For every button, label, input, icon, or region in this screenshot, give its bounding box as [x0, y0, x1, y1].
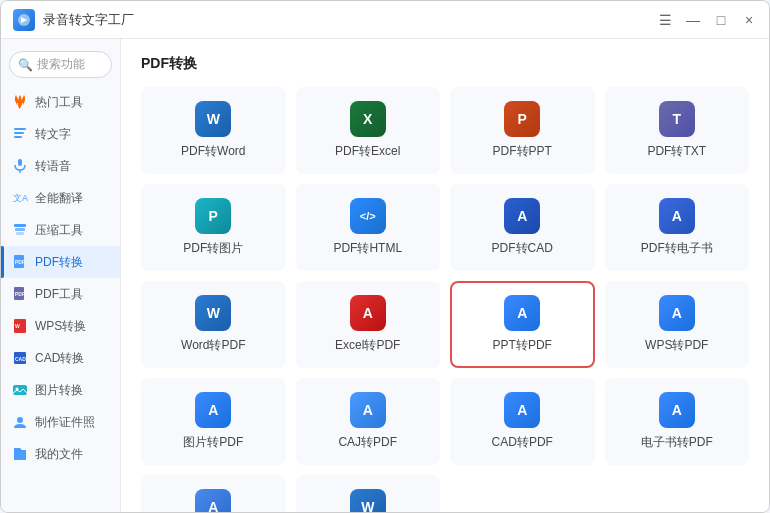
sidebar-item-myfile[interactable]: 我的文件: [1, 438, 120, 470]
pdf2word-icon: W: [195, 101, 231, 137]
svg-rect-8: [15, 228, 25, 231]
sidebar-label-compress: 压缩工具: [35, 222, 83, 239]
tool-img2pdf[interactable]: A 图片转PDF: [141, 378, 286, 465]
pdf2ebook-icon: A: [659, 198, 695, 234]
tool-pdf2ppt[interactable]: P PDF转PPT: [450, 87, 595, 174]
search-box[interactable]: 🔍 搜索功能: [9, 51, 112, 78]
caj2pdf-label: CAJ转PDF: [338, 434, 397, 451]
wps2pdf-label: WPS转PDF: [645, 337, 708, 354]
sidebar-item-pdftool[interactable]: PDF PDF工具: [1, 278, 120, 310]
tool-pdf2ebook[interactable]: A PDF转电子书: [605, 184, 750, 271]
app-icon: [13, 9, 35, 31]
pdf2excel-label: PDF转Excel: [335, 143, 400, 160]
img2pdf-icon: A: [195, 392, 231, 428]
sidebar-label-myfile: 我的文件: [35, 446, 83, 463]
svg-rect-1: [14, 128, 26, 130]
excel2pdf-label: Excel转PDF: [335, 337, 400, 354]
pdf-convert-grid: W PDF转Word X PDF转Excel P: [141, 87, 749, 512]
text-icon: [11, 125, 29, 143]
sidebar-item-speech[interactable]: 转语音: [1, 150, 120, 182]
search-placeholder: 搜索功能: [37, 56, 85, 73]
ppt2pdf-icon: A: [504, 295, 540, 331]
pdf2img-label: PDF转图片: [183, 240, 243, 257]
search-icon: 🔍: [18, 58, 33, 72]
mic-icon: [11, 157, 29, 175]
maximize-btn[interactable]: □: [713, 12, 729, 28]
content-area: 🔍 搜索功能 热门工具 转文字 转语音: [1, 39, 769, 512]
sidebar-item-hot[interactable]: 热门工具: [1, 86, 120, 118]
sidebar-label-idphoto: 制作证件照: [35, 414, 95, 431]
tool-ebook2pdf[interactable]: A 电子书转PDF: [605, 378, 750, 465]
tool-excel2pdf[interactable]: A Excel转PDF: [296, 281, 441, 368]
svg-text:CAD: CAD: [15, 356, 26, 362]
section-title-pdf-convert: PDF转换: [141, 55, 749, 73]
tool-pdf2html[interactable]: </> PDF转HTML: [296, 184, 441, 271]
sidebar-label-translate: 全能翻译: [35, 190, 83, 207]
svg-text:文A: 文A: [13, 193, 28, 203]
menu-btn[interactable]: ☰: [657, 12, 673, 28]
translate-icon: 文A: [11, 189, 29, 207]
pdf2html-icon: </>: [350, 198, 386, 234]
svg-text:PDF: PDF: [15, 259, 25, 265]
sidebar-item-wps[interactable]: W WPS转换: [1, 310, 120, 342]
sidebar-label-transcribe: 转文字: [35, 126, 71, 143]
tool-pdf2txt[interactable]: T PDF转TXT: [605, 87, 750, 174]
fire-icon: [11, 93, 29, 111]
tool-caj2pdf[interactable]: A CAJ转PDF: [296, 378, 441, 465]
sidebar-label-pdftool: PDF工具: [35, 286, 83, 303]
svg-rect-7: [14, 224, 26, 227]
sidebar-item-transcribe[interactable]: 转文字: [1, 118, 120, 150]
pdf2cad-label: PDF转CAD: [492, 240, 553, 257]
svg-text:PDF: PDF: [15, 291, 25, 297]
main-content: PDF转换 W PDF转Word X PDF转Excel: [121, 39, 769, 512]
tool-ppt2pdf[interactable]: A PPT转PDF: [450, 281, 595, 368]
sidebar-item-pdf[interactable]: PDF PDF转换: [1, 246, 120, 278]
tool-ofd2pdf[interactable]: A OFD转换: [141, 475, 286, 512]
close-btn[interactable]: ×: [741, 12, 757, 28]
svg-rect-4: [18, 159, 22, 166]
pdf2word-label: PDF转Word: [181, 143, 245, 160]
sidebar-label-pdf: PDF转换: [35, 254, 83, 271]
tool-pdf2img[interactable]: P PDF转图片: [141, 184, 286, 271]
title-bar-controls: ☰ — □ ×: [657, 12, 757, 28]
tool-word2pdf[interactable]: W Word转PDF: [141, 281, 286, 368]
ebook2pdf-icon: A: [659, 392, 695, 428]
wps2pdf-icon: A: [659, 295, 695, 331]
svg-rect-9: [16, 232, 24, 235]
pdf2ppt-icon: P: [504, 101, 540, 137]
id-icon: [11, 413, 29, 431]
compress-icon: [11, 221, 29, 239]
pdftool-icon: PDF: [11, 285, 29, 303]
sidebar-item-compress[interactable]: 压缩工具: [1, 214, 120, 246]
sidebar-item-translate[interactable]: 文A 全能翻译: [1, 182, 120, 214]
sidebar-item-idphoto[interactable]: 制作证件照: [1, 406, 120, 438]
pdf2ebook-label: PDF转电子书: [641, 240, 713, 257]
pdf-icon: PDF: [11, 253, 29, 271]
svg-rect-18: [13, 385, 27, 395]
pdf2txt-label: PDF转TXT: [647, 143, 706, 160]
excel2pdf-icon: A: [350, 295, 386, 331]
ppt2pdf-label: PPT转PDF: [493, 337, 552, 354]
tool-wps2pdf[interactable]: A WPS转PDF: [605, 281, 750, 368]
tool-cad2pdf[interactable]: A CAD转PDF: [450, 378, 595, 465]
tool-pdf2excel[interactable]: X PDF转Excel: [296, 87, 441, 174]
cad2pdf-label: CAD转PDF: [492, 434, 553, 451]
svg-rect-2: [14, 132, 24, 134]
tool-pdf2word[interactable]: W PDF转Word: [141, 87, 286, 174]
img-icon: [11, 381, 29, 399]
pdf2cad-icon: A: [504, 198, 540, 234]
pdf2img-icon: P: [195, 198, 231, 234]
tool-caj2word[interactable]: W CAJ转Word: [296, 475, 441, 512]
minimize-btn[interactable]: —: [685, 12, 701, 28]
caj2pdf-icon: A: [350, 392, 386, 428]
cad-icon: CAD: [11, 349, 29, 367]
app-title: 录音转文字工厂: [43, 11, 134, 29]
sidebar-label-img: 图片转换: [35, 382, 83, 399]
pdf2html-label: PDF转HTML: [333, 240, 402, 257]
ofd2pdf-icon: A: [195, 489, 231, 512]
sidebar-item-cad[interactable]: CAD CAD转换: [1, 342, 120, 374]
caj2word-icon: W: [350, 489, 386, 512]
ebook2pdf-label: 电子书转PDF: [641, 434, 713, 451]
tool-pdf2cad[interactable]: A PDF转CAD: [450, 184, 595, 271]
sidebar-item-img[interactable]: 图片转换: [1, 374, 120, 406]
